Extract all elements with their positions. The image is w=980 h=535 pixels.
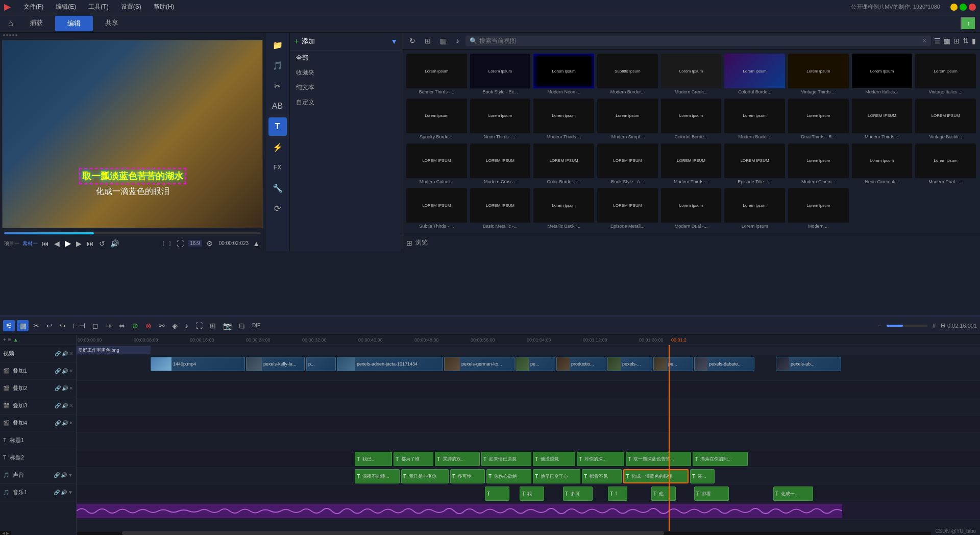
tl-tracks-btn[interactable]: ⚟ [3, 320, 15, 331]
view-all-button[interactable]: ⊞ [422, 36, 434, 46]
track-vol-ov4[interactable]: 🔊 [62, 420, 68, 426]
text-clip-t2-4[interactable]: T 你伤心欲绝 [486, 469, 531, 483]
category-favorites[interactable]: 收藏夹 [290, 65, 402, 80]
category-all[interactable]: 全部 [290, 51, 402, 65]
menu-file[interactable]: 文件(F) [20, 2, 46, 12]
playhead[interactable] [669, 345, 670, 531]
tracks-area[interactable]: 坚挺工作室黑色.png 1440p.mp4 pexels-kelly-la...… [77, 345, 980, 531]
template-item-27[interactable]: LOREM IPSUM Subtle Thirds - ... [406, 188, 467, 230]
tl-group-btn[interactable]: ⚯ [156, 320, 167, 331]
track-close-ov1[interactable]: ✕ [69, 368, 73, 374]
template-item-6[interactable]: Lorem ipsum Vintage Thirds ... [788, 54, 849, 95]
video-clip-1[interactable]: 1440p.mp4 [151, 357, 245, 371]
template-item-4[interactable]: Lorem ipsum Modern Credit... [661, 54, 722, 95]
view-grid2-button[interactable]: ▦ [944, 37, 950, 45]
video-clip-2[interactable]: pexels-kelly-la... [246, 357, 305, 371]
track-expand-music[interactable]: ▼ [68, 490, 73, 495]
track-vol-ov2[interactable]: 🔊 [62, 385, 68, 391]
template-item-5[interactable]: Lorem ipsum Colorful Borde... [724, 54, 785, 95]
tl-add-btn[interactable]: ⊕ [130, 320, 141, 331]
template-item-3[interactable]: Subtitle Ipsum Modern Border... [597, 54, 658, 95]
text-clip-s3-2[interactable]: T 我 [520, 487, 544, 501]
tl-clip-btn[interactable]: ◻ [90, 320, 101, 331]
tl-grid-btn[interactable]: ▦ [17, 320, 29, 331]
volume-button[interactable]: 🔊 [109, 238, 120, 249]
text-clip-t1-8[interactable]: T 滴落在你眉间... [693, 452, 748, 466]
menu-help[interactable]: 帮助(H) [151, 2, 178, 12]
tl-ripple-btn[interactable]: ✂ [31, 320, 42, 331]
category-custom[interactable]: 自定义 [290, 95, 402, 110]
track-link-ov1[interactable]: 🔗 [55, 368, 61, 374]
tl-split-btn[interactable]: ⊢⊣ [70, 320, 88, 331]
text-clip-t1-3[interactable]: T 哭肿的双... [435, 452, 480, 466]
template-item-1[interactable]: Lorem ipsum Book Style - Ex... [470, 54, 531, 95]
template-item-31[interactable]: Lorem ipsum Modern Dual -... [661, 188, 722, 230]
video-clip-8[interactable]: pexels-... [607, 357, 652, 371]
track-vol-audio[interactable]: 🔊 [61, 472, 67, 478]
text-clip-t2-5[interactable]: T 他早已空了心 [533, 469, 580, 483]
track-close-ov4[interactable]: ✕ [69, 420, 73, 426]
template-item-23[interactable]: LOREM IPSUM Episode Title - ... [724, 143, 785, 185]
tab-edit[interactable]: 编辑 [55, 16, 93, 31]
text-clip-s3-4[interactable]: T f [608, 487, 627, 501]
menu-settings[interactable]: 设置(S) [118, 2, 144, 12]
text-clip-t2-3[interactable]: T 多可怜 [450, 469, 485, 483]
text-clip-t1-2[interactable]: T 都为了谁 [394, 452, 433, 466]
template-item-17[interactable]: LOREM IPSUM Vintage Backli... [915, 99, 976, 140]
zoom-in-btn[interactable]: + [929, 320, 939, 331]
tool-cut[interactable]: ✂ [268, 77, 287, 95]
text-clip-s3-3[interactable]: T 多可 [563, 487, 593, 501]
text-clip-t2-6[interactable]: T 都看不见 [582, 469, 622, 483]
video-clip-11[interactable]: pexels-ab... [776, 357, 841, 371]
scroll-right-btn[interactable]: ▶ [6, 531, 9, 536]
browse-button[interactable]: 浏览 [415, 238, 428, 247]
refresh-button[interactable]: ↻ [406, 36, 419, 46]
track-link-ov4[interactable]: 🔗 [55, 420, 61, 426]
timeline-ruler[interactable]: 00:00:00:00 00:00:08:00 00:00:16:00 00:0… [77, 335, 980, 345]
waveform-clip[interactable] [77, 504, 842, 518]
template-item-28[interactable]: LOREM IPSUM Basic Metallic -... [470, 188, 531, 230]
tool-titles[interactable]: AB [268, 97, 287, 115]
text-clip-t1-4[interactable]: T 如果情已决裂 [481, 452, 531, 466]
view-large-button[interactable]: ⊞ [953, 37, 960, 45]
tl-snapshot-btn[interactable]: 📷 [220, 320, 234, 331]
tl-undo-btn[interactable]: ↩ [44, 320, 55, 331]
template-item-15[interactable]: Lorem ipsum Dual Thirds - R... [788, 99, 849, 140]
track-close-ov3[interactable]: ✕ [69, 403, 73, 408]
h-scrollbar[interactable] [77, 531, 980, 535]
tool-text[interactable]: T [268, 117, 287, 136]
template-item-21[interactable]: LOREM IPSUM Book Style - A... [597, 143, 658, 185]
tl-delete-btn[interactable]: ⊗ [143, 320, 154, 331]
video-clip-4[interactable]: pexels-adrien-jacta-10171434 [337, 357, 443, 371]
tl-color-btn[interactable]: ⛶ [193, 320, 205, 331]
loop-button[interactable]: ↺ [98, 238, 106, 249]
track-link-ov3[interactable]: 🔗 [55, 403, 61, 408]
template-item-9[interactable]: Lorem ipsum Spooky Border... [406, 99, 467, 140]
text-clip-t2-2[interactable]: T 我只是心疼你 [401, 469, 449, 483]
clip-button[interactable]: ▲ [252, 238, 261, 249]
tool-effects[interactable]: FX [268, 158, 287, 177]
audio-filter-button[interactable]: ♪ [453, 36, 462, 46]
zoom-out-btn[interactable]: − [875, 320, 885, 331]
template-item-22[interactable]: LOREM IPSUM Modern Thirds ... [661, 143, 722, 185]
play-button[interactable]: ▶ [64, 237, 72, 249]
header-clip[interactable]: 坚挺工作室黑色.png [77, 346, 151, 354]
template-item-26[interactable]: Lorem ipsum Modern Dual - ... [915, 143, 976, 185]
scroll-left-btn[interactable]: ◀ [2, 531, 5, 536]
template-item-8[interactable]: Lorem ipsum Vintage Italics ... [915, 54, 976, 95]
next-button[interactable]: ⏭ [86, 238, 95, 249]
template-item-16[interactable]: LOREM IPSUM Modern Thirds ... [852, 99, 913, 140]
publish-button[interactable]: ↑ [961, 17, 976, 30]
track-link-ov2[interactable]: 🔗 [55, 385, 61, 391]
template-item-0[interactable]: Lorem ipsum Banner Thirds -... [406, 54, 467, 95]
track-link-video[interactable]: 🔗 [55, 351, 61, 356]
video-clip-7[interactable]: productio... [556, 357, 606, 371]
text-clip-t1-7[interactable]: T 取一瓢深蓝色苦苦... [626, 452, 691, 466]
video-clip-9[interactable]: pe... [653, 357, 693, 371]
add-track-btn[interactable]: + [3, 337, 6, 343]
video-clip-5[interactable]: pexels-german-ko... [444, 357, 514, 371]
search-box[interactable]: 🔍 ✕ [465, 36, 931, 46]
tl-diff-btn[interactable]: DIF [250, 321, 263, 330]
template-item-12[interactable]: Lorem ipsum Modern Simpl... [597, 99, 658, 140]
video-clip-6[interactable]: pe... [516, 357, 555, 371]
